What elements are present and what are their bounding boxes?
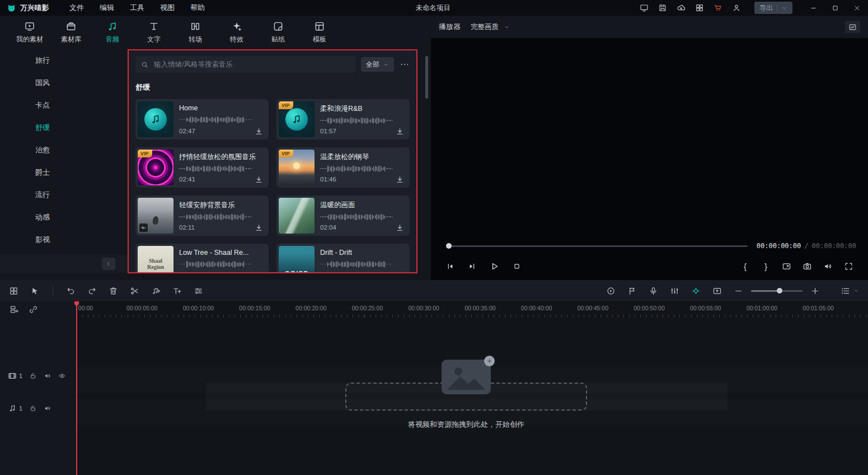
adjust-icon[interactable] (194, 286, 203, 296)
menu-tools[interactable]: 工具 (122, 0, 152, 16)
undo-icon[interactable] (66, 286, 76, 296)
audio-track-button[interactable]: 1 (8, 404, 22, 413)
category-chinese-style[interactable]: 国风 (0, 72, 128, 94)
menu-file[interactable]: 文件 (62, 0, 92, 16)
music-card[interactable]: VIP抒情轻缓放松的氛围音乐02:41 (135, 147, 269, 188)
download-icon[interactable] (255, 223, 263, 232)
lock-open-icon[interactable] (29, 404, 37, 412)
voiceover-icon[interactable] (649, 286, 658, 296)
account-icon[interactable] (732, 3, 741, 12)
filter-all-dropdown[interactable]: 全部 (361, 57, 394, 72)
next-frame-icon[interactable] (467, 262, 477, 271)
volume-icon[interactable] (44, 372, 51, 380)
music-card[interactable]: 温暖的画面02:04 (276, 195, 410, 236)
visibility-icon[interactable] (58, 372, 66, 380)
search-input[interactable] (153, 60, 350, 69)
category-pop[interactable]: 流行 (0, 184, 128, 206)
tab-audio[interactable]: 音频 (92, 16, 133, 49)
timeline-ruler[interactable]: 00:0000:00:05:0000:00:10:0000:00:15:0000… (77, 301, 868, 318)
zoom-slider[interactable] (751, 290, 803, 292)
scopes-button[interactable] (845, 21, 860, 33)
fullscreen-icon[interactable] (844, 262, 853, 271)
insert-frame-icon[interactable] (712, 286, 722, 296)
menu-view[interactable]: 视图 (152, 0, 182, 16)
tab-effects[interactable]: 特效 (216, 16, 257, 49)
marker-icon[interactable] (627, 286, 637, 296)
audio-mixer-icon[interactable] (670, 286, 679, 296)
music-card[interactable]: 轻缓安静背景音乐02:11 (135, 195, 269, 236)
play-icon[interactable] (489, 261, 500, 272)
maximize-button[interactable] (824, 0, 846, 16)
export-button[interactable]: 导出 (754, 2, 792, 14)
tab-transition[interactable]: 转场 (175, 16, 216, 49)
volume-icon[interactable] (823, 262, 833, 271)
seek-handle[interactable] (446, 243, 452, 249)
audio-adjust-icon[interactable] (151, 286, 161, 296)
category-healing[interactable]: 治愈 (0, 139, 128, 161)
category-beat[interactable]: 卡点 (0, 94, 128, 117)
category-travel[interactable]: 旅行 (0, 49, 128, 72)
keyframe-icon[interactable] (691, 286, 701, 296)
menu-edit[interactable]: 编辑 (92, 0, 122, 16)
tab-my-media[interactable]: 我的素材 (9, 16, 50, 49)
collapse-sidebar-button[interactable] (102, 258, 115, 270)
stop-icon[interactable] (512, 262, 522, 271)
save-icon[interactable] (658, 3, 667, 12)
mark-in-icon[interactable]: { (740, 262, 750, 271)
add-media-badge[interactable] (484, 356, 495, 366)
music-card[interactable]: Shaal RegionLow Tree - Shaal Re... (135, 244, 269, 273)
media-placeholder-icon[interactable] (442, 360, 491, 394)
tab-text[interactable]: 文字 (133, 16, 175, 49)
monitor-icon[interactable] (640, 3, 649, 12)
zoom-out-icon[interactable] (734, 286, 743, 296)
volume-icon[interactable] (44, 404, 51, 412)
toolbar-grid-icon[interactable] (9, 286, 18, 296)
minimize-button[interactable] (803, 0, 824, 16)
more-options-icon[interactable] (400, 59, 410, 69)
close-button[interactable] (846, 0, 868, 16)
playhead[interactable] (76, 301, 77, 475)
cloud-upload-icon[interactable] (677, 3, 686, 12)
cart-icon[interactable] (714, 3, 722, 12)
snapshot-icon[interactable] (803, 262, 812, 271)
download-icon[interactable] (255, 175, 263, 184)
zoom-slider-handle[interactable] (777, 288, 782, 294)
lock-open-icon[interactable] (29, 372, 37, 380)
download-icon[interactable] (396, 272, 404, 273)
scrollbar-thumb[interactable] (425, 56, 428, 99)
add-track-icon[interactable] (10, 305, 19, 314)
search-box[interactable] (135, 56, 355, 73)
tab-library[interactable]: 素材库 (50, 16, 92, 49)
select-tool-icon[interactable] (30, 286, 40, 296)
quality-dropdown[interactable]: 完整画质 (471, 22, 510, 32)
screen-fit-icon[interactable] (782, 262, 791, 271)
tab-sticker[interactable]: 贴纸 (257, 16, 299, 49)
download-icon[interactable] (255, 272, 263, 273)
video-track-button[interactable]: 1 (8, 371, 22, 380)
category-dynamic[interactable]: 动感 (0, 206, 128, 229)
music-card[interactable]: Home02:47 (135, 99, 269, 139)
previous-frame-icon[interactable] (445, 262, 455, 271)
redo-icon[interactable] (87, 286, 97, 296)
link-icon[interactable] (29, 305, 38, 314)
category-soothing[interactable]: 舒缓 (0, 117, 128, 139)
mark-out-icon[interactable]: } (761, 262, 771, 271)
zoom-in-icon[interactable] (810, 286, 820, 296)
music-card[interactable]: VIP温柔放松的钢琴01:46 (276, 147, 410, 188)
category-film[interactable]: 影视 (0, 229, 128, 251)
download-icon[interactable] (396, 127, 404, 136)
split-icon[interactable] (130, 286, 139, 296)
track-view-dropdown[interactable] (841, 286, 859, 296)
music-card[interactable]: DRIFTDrift - Drift (276, 244, 410, 273)
menu-help[interactable]: 帮助 (182, 0, 213, 16)
workspace-icon[interactable] (695, 3, 704, 12)
delete-icon[interactable] (109, 286, 118, 296)
category-jazz[interactable]: 爵士 (0, 161, 128, 184)
add-text-icon[interactable] (172, 286, 182, 296)
seek-bar[interactable] (448, 245, 748, 247)
download-icon[interactable] (396, 175, 404, 184)
render-preview-icon[interactable] (606, 286, 616, 296)
tab-template[interactable]: 模板 (299, 16, 340, 49)
music-card[interactable]: VIP柔和浪漫R&B01:57 (276, 99, 410, 139)
download-icon[interactable] (396, 223, 404, 232)
